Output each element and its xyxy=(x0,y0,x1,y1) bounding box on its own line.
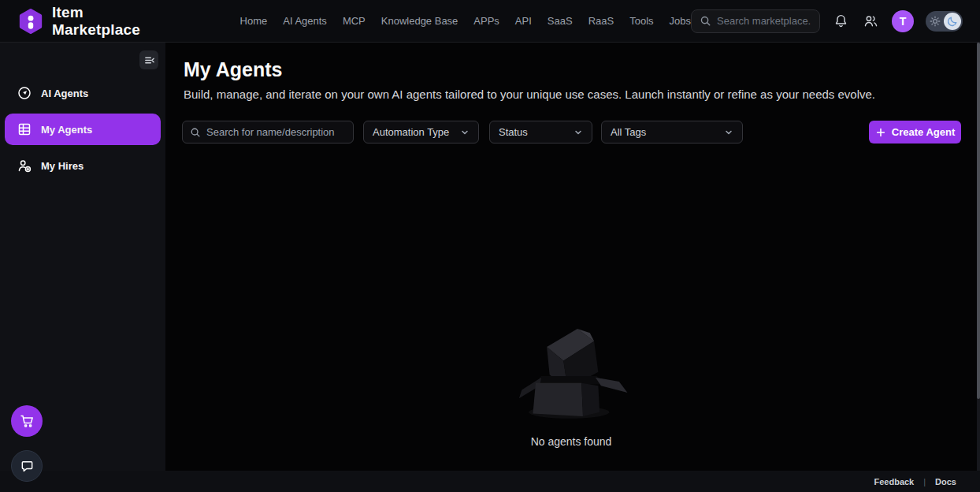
agent-search-input[interactable] xyxy=(206,126,346,138)
navbar-actions: T xyxy=(691,9,963,33)
empty-state-message: No agents found xyxy=(165,435,977,448)
automation-type-select[interactable]: Automation Type xyxy=(363,121,479,144)
notifications-button[interactable] xyxy=(832,12,850,30)
nav-item-jobs[interactable]: Jobs xyxy=(670,15,691,27)
tags-value: All Tags xyxy=(611,126,646,138)
feedback-link[interactable]: Feedback xyxy=(874,477,914,486)
chevron-down-icon xyxy=(724,128,733,137)
nav-item-mcp[interactable]: MCP xyxy=(343,15,366,27)
create-agent-label: Create Agent xyxy=(892,126,955,138)
docs-link[interactable]: Docs xyxy=(935,477,956,486)
sidebar-item-my-hires[interactable]: My Hires xyxy=(5,150,161,181)
brand-title: Item Marketplace xyxy=(52,4,158,39)
nav-item-knowledge-base[interactable]: Knowledge Base xyxy=(381,15,458,27)
user-avatar[interactable]: T xyxy=(892,10,914,32)
nav-item-home[interactable]: Home xyxy=(240,15,268,27)
nav-item-apps[interactable]: APPs xyxy=(473,15,499,27)
marketplace-search-input[interactable] xyxy=(717,15,811,27)
status-select[interactable]: Status xyxy=(489,121,592,144)
scrollbar-thumb[interactable] xyxy=(977,43,980,399)
page-subtitle: Build, manage, and iterate on your own A… xyxy=(184,88,875,101)
automation-type-value: Automation Type xyxy=(373,126,449,138)
agent-search[interactable] xyxy=(182,121,354,144)
main-nav: Home AI Agents MCP Knowledge Base APPs A… xyxy=(240,15,691,27)
footer-divider: | xyxy=(923,477,926,486)
sidebar-item-my-agents[interactable]: My Agents xyxy=(5,114,161,145)
sidebar-collapse-button[interactable] xyxy=(139,50,158,69)
cart-icon xyxy=(19,413,35,429)
my-agents-icon xyxy=(17,122,32,136)
tags-select[interactable]: All Tags xyxy=(601,121,743,144)
nav-item-api[interactable]: API xyxy=(515,15,532,27)
search-icon xyxy=(700,15,711,27)
page-title: My Agents xyxy=(184,58,282,81)
sidebar-item-label: AI Agents xyxy=(41,88,88,99)
empty-box-illustration xyxy=(512,311,630,429)
nav-item-tools[interactable]: Tools xyxy=(629,15,653,27)
sidebar-item-ai-agents[interactable]: AI Agents xyxy=(5,77,161,109)
brand: Item Marketplace xyxy=(17,4,158,39)
collapse-sidebar-icon xyxy=(143,54,155,66)
scrollbar-track[interactable] xyxy=(977,43,980,471)
main-content: My Agents Build, manage, and iterate on … xyxy=(165,43,980,471)
empty-state: No agents found xyxy=(165,311,977,448)
chevron-down-icon xyxy=(574,128,583,137)
footer: Feedback | Docs xyxy=(0,471,980,492)
community-button[interactable] xyxy=(862,12,880,30)
sun-icon xyxy=(930,16,941,27)
sidebar-item-label: My Agents xyxy=(41,124,92,136)
plus-icon xyxy=(875,127,886,138)
nav-item-saas[interactable]: SaaS xyxy=(548,15,573,27)
users-icon xyxy=(863,13,878,28)
theme-toggle[interactable] xyxy=(926,11,963,32)
marketplace-search[interactable] xyxy=(691,9,820,33)
chevron-down-icon xyxy=(460,128,470,137)
theme-toggle-knob xyxy=(944,13,961,30)
status-value: Status xyxy=(499,126,528,138)
moon-icon xyxy=(947,16,958,27)
cart-button[interactable] xyxy=(11,405,43,437)
sidebar-item-label: My Hires xyxy=(41,160,84,172)
ai-agents-icon xyxy=(17,86,32,100)
top-navbar: Item Marketplace Home AI Agents MCP Know… xyxy=(0,0,980,43)
search-icon xyxy=(190,127,201,138)
filter-bar: Automation Type Status All Tags Create A… xyxy=(165,121,980,144)
bell-icon xyxy=(833,13,848,28)
nav-item-ai-agents[interactable]: AI Agents xyxy=(283,15,327,27)
my-hires-icon xyxy=(17,158,32,173)
brand-logo-icon xyxy=(17,8,44,35)
create-agent-button[interactable]: Create Agent xyxy=(869,121,961,144)
nav-item-raas[interactable]: RaaS xyxy=(588,15,614,27)
